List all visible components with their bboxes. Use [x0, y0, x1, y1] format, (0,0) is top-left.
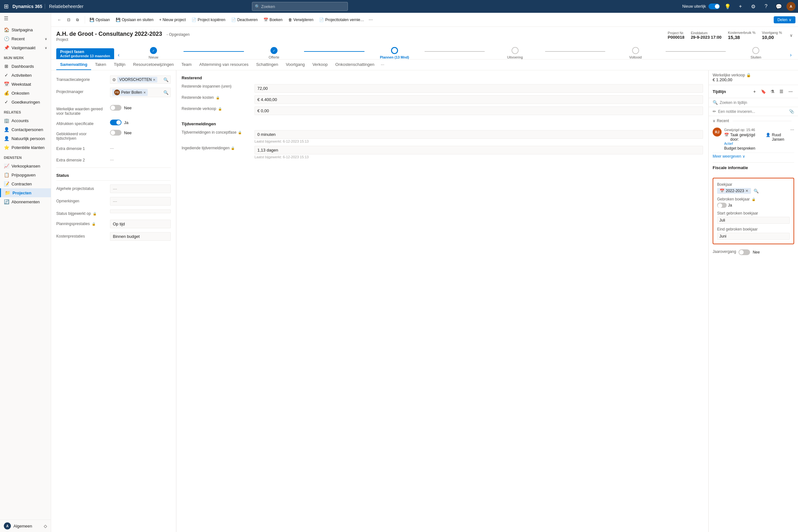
- sidebar-item-natuurlijk-persoon[interactable]: 👤 Natuurlijk persoon: [0, 134, 51, 143]
- sidebar: ☰ 🏠 Startpagina 🕐 Recent ∨ 📌 Vastgemaakt…: [0, 13, 51, 532]
- toolbar-right: Delen ∨: [774, 16, 795, 23]
- toolbar-more-icon[interactable]: ⋯: [368, 17, 373, 22]
- sidebar-item-onkosten[interactable]: 💰 Onkosten: [0, 89, 51, 97]
- verkoop-section: Werkelijke verkoop 🔒 € 1.200,00: [709, 70, 798, 85]
- stage-nieuw[interactable]: ✓ Nieuw: [124, 47, 184, 59]
- share-button[interactable]: Delen ∨: [774, 16, 795, 23]
- global-search-input[interactable]: [261, 4, 345, 9]
- sidebar-item-activiteiten[interactable]: ✓ Activiteiten: [0, 71, 51, 80]
- cost-label: Kostenverbruik %: [728, 31, 756, 35]
- tijdlijn-search-input[interactable]: [720, 100, 767, 105]
- book-button[interactable]: 📅 Boeken: [261, 16, 285, 23]
- user-avatar[interactable]: A: [786, 2, 795, 11]
- sidebar-toggle[interactable]: ☰: [0, 13, 51, 24]
- attachment-icon[interactable]: 📎: [789, 109, 794, 114]
- tijdlijn-bookmark-icon[interactable]: 🔖: [760, 88, 767, 95]
- comment-icon[interactable]: 💬: [774, 1, 784, 12]
- tab-samenvatting[interactable]: Samenvatting: [56, 59, 91, 70]
- refresh-button[interactable]: 📄 Projecttotalen vernie…: [317, 16, 366, 23]
- updated-input[interactable]: [110, 209, 171, 213]
- tab-onkostenschattingen[interactable]: Onkostenschattingen: [331, 59, 378, 70]
- boekjaar-remove-icon[interactable]: ✕: [745, 189, 748, 193]
- sidebar-item-abonnementen[interactable]: 🔄 Abonnementen: [0, 197, 51, 206]
- tijdlijn-add-icon[interactable]: +: [751, 88, 758, 95]
- stage-plannen[interactable]: Plannen (13 Mnd): [364, 47, 424, 59]
- save-close-button[interactable]: 💾 Opslaan en sluiten: [113, 16, 156, 23]
- stage-voltooid[interactable]: Voltooid: [605, 47, 665, 59]
- cost-perf-input[interactable]: Binnen budget: [110, 232, 171, 241]
- stage-prev-icon[interactable]: ‹: [117, 51, 121, 59]
- page-button[interactable]: ⊡: [64, 16, 73, 23]
- global-search-box[interactable]: 🔍: [252, 2, 348, 11]
- manager-remove-icon[interactable]: ✕: [143, 91, 146, 94]
- stage-offerte[interactable]: ✓ Offerte: [244, 47, 304, 59]
- remaining-cost-row: Resterende kosten 🔒 € 4.400,00: [182, 95, 703, 104]
- deactivate-button[interactable]: 📄 Deactiveren: [229, 16, 260, 23]
- sidebar-item-startpagina[interactable]: 🏠 Startpagina: [0, 25, 51, 34]
- sidebar-item-contracten[interactable]: 📝 Contracten: [0, 179, 51, 188]
- tijdlijn-label: Tijdlijn: [712, 89, 726, 94]
- sidebar-item-projecten[interactable]: 📁 Projecten: [0, 188, 51, 197]
- extra1-value: ---: [110, 145, 171, 152]
- category-search-icon[interactable]: 🔍: [164, 77, 169, 82]
- tijdlijn-more-icon[interactable]: ⋯: [786, 88, 794, 95]
- remarks-input[interactable]: ---: [110, 197, 171, 206]
- more-btn[interactable]: Meer weergeven ∨: [712, 153, 794, 160]
- billing-toggle[interactable]: [110, 105, 121, 111]
- jaarovergang-toggle[interactable]: [739, 249, 750, 255]
- tab-voortgang[interactable]: Voortgang: [282, 59, 308, 70]
- stage-uitvoering[interactable]: Uitvoering: [485, 47, 545, 59]
- sidebar-item-verkoopkansen[interactable]: 📈 Verkoopkansen: [0, 162, 51, 170]
- new-view-toggle[interactable]: [708, 3, 720, 9]
- sidebar-item-dashboards[interactable]: ⊞ Dashboards: [0, 62, 51, 71]
- tab-more-icon[interactable]: ···: [378, 59, 387, 70]
- sidebar-item-goedkeuringen[interactable]: ✓ Goedkeuringen: [0, 97, 51, 107]
- sidebar-item-accounts[interactable]: 🏢 Accounts: [0, 116, 51, 125]
- tab-afstemming[interactable]: Afstemming van resources: [195, 59, 252, 70]
- lightbulb-icon[interactable]: 💡: [723, 1, 733, 12]
- tab-verkoop[interactable]: Verkoop: [308, 59, 331, 70]
- tab-resourcetoewijzingen[interactable]: Resourcetoewijzingen: [129, 59, 177, 70]
- app-grid-icon[interactable]: ⊞: [3, 2, 10, 11]
- sidebar-item-potentiele-klanten[interactable]: ⭐ Potentiële klanten: [0, 143, 51, 152]
- activity-menu-icon[interactable]: ⋯: [790, 128, 794, 132]
- transaction-category-input[interactable]: ⚙ VOORSCHOTTEN ✕ 🔍: [110, 75, 171, 84]
- recent-header[interactable]: ∨ Recent: [712, 119, 794, 123]
- manager-search-icon[interactable]: 🔍: [164, 90, 169, 95]
- tab-team[interactable]: Team: [178, 59, 196, 70]
- sidebar-bottom[interactable]: A Algemeen ◇: [0, 519, 51, 532]
- blocked-toggle[interactable]: [110, 130, 121, 136]
- broken-year-toggle[interactable]: [717, 203, 727, 208]
- sidebar-item-recent[interactable]: 🕐 Recent ∨: [0, 34, 51, 43]
- tijdlijn-list-icon[interactable]: ☰: [778, 88, 785, 95]
- meta-expand-icon[interactable]: ∨: [790, 33, 793, 38]
- boekjaar-tag: 📅 2022-2023 ✕: [717, 188, 751, 194]
- tab-tijdlijn[interactable]: Tijdlijn: [110, 59, 129, 70]
- stage-sluiten[interactable]: Sluiten: [726, 47, 786, 59]
- tijdlijn-filter-icon[interactable]: ⚗: [768, 88, 776, 95]
- print-toggle[interactable]: [110, 119, 121, 125]
- stage-next-icon[interactable]: ›: [789, 51, 793, 59]
- copy-project-button[interactable]: 📄 Project kopiëren: [189, 16, 228, 23]
- boekjaar-search-icon[interactable]: 🔍: [754, 189, 759, 193]
- planning-input[interactable]: Op tijd: [110, 220, 171, 228]
- tab-taken[interactable]: Taken: [91, 59, 110, 70]
- sidebar-item-weekstaat[interactable]: 📅 Weekstaat: [0, 80, 51, 89]
- tab-schattingen[interactable]: Schattingen: [252, 59, 282, 70]
- note-input[interactable]: [718, 109, 787, 114]
- back-button[interactable]: ←: [55, 16, 64, 23]
- general-status-input[interactable]: ---: [110, 185, 171, 193]
- help-icon[interactable]: ?: [761, 1, 771, 12]
- sidebar-item-prijsopgaven[interactable]: 📋 Prijsopgaven: [0, 170, 51, 179]
- new-project-button[interactable]: + Nieuw project: [157, 16, 188, 23]
- sidebar-item-vastgemaakt[interactable]: 📌 Vastgemaakt ∨: [0, 43, 51, 52]
- save-button[interactable]: 💾 Opslaan: [87, 16, 113, 23]
- delete-button[interactable]: 🗑 Verwijderen: [286, 16, 316, 23]
- tag-remove-icon[interactable]: ✕: [153, 78, 155, 81]
- project-manager-input[interactable]: PB Peter Bollen ✕ 🔍: [110, 88, 171, 97]
- settings-icon[interactable]: ⚙: [748, 1, 758, 12]
- sidebar-item-contactpersonen[interactable]: 👤 Contactpersonen: [0, 125, 51, 134]
- copy-page-button[interactable]: ⧉: [74, 16, 81, 23]
- tijdlijn-search: 🔍: [709, 98, 798, 107]
- plus-icon[interactable]: +: [735, 1, 745, 12]
